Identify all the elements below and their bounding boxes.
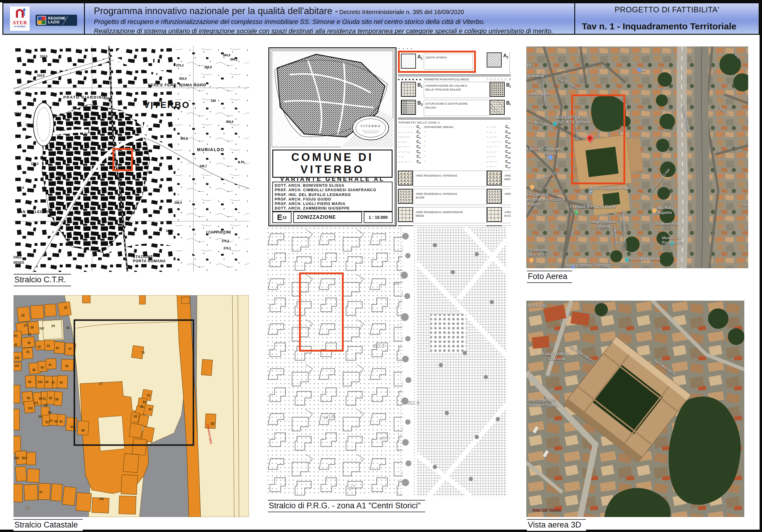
zone-c-row: – –· C7 ” xyxy=(398,154,487,160)
ater-arch-icon xyxy=(13,6,27,18)
zone-label: ” xyxy=(424,151,425,154)
zone-c-row: –···–··· C5 ” xyxy=(398,145,487,150)
variante-cartouche-text: VITERBO xyxy=(360,124,381,128)
zone-line-glyph: –···–· xyxy=(487,126,505,129)
zone-line-glyph: – –···· xyxy=(487,160,505,163)
map-ctr: VITERBOPRATO GIARDINO336,7STAZ.E FERR. R… xyxy=(14,46,249,272)
aree-swatch-icon xyxy=(398,226,413,227)
legend-top-dots: ▪ ▪ ▪ ▪ xyxy=(399,47,511,50)
vista-3d-image xyxy=(526,300,744,517)
legend-divider xyxy=(398,118,511,120)
caption-ctr: Stralcio C.T.R. xyxy=(14,274,71,286)
zone-c-row: ··········· C1 ESPANSIONE URBANA xyxy=(398,125,487,130)
aree-row: AREE RESIDENZIALI ESTENSIVE xyxy=(398,226,487,227)
aree-row: AREE RESIDENZIALI MEDIE xyxy=(487,226,511,227)
b1-swatch-icon xyxy=(401,82,416,97)
aree-row: AREE RESIDENZIALI BASSE xyxy=(487,207,511,223)
zone-c-row: –··–··– C6 ” xyxy=(398,150,487,155)
zone-line-glyph: – –··· xyxy=(487,165,505,168)
zone-c-row: –··–·· C15 COMPL. TURISTICO S xyxy=(487,154,511,160)
zone-line-glyph: ····–···· xyxy=(487,141,505,144)
catastale-drawing xyxy=(14,295,249,517)
map-vista-3d: atoria VialiLargo Vittoria ColonnaVia Pa… xyxy=(526,300,744,517)
prg-legend: ▪ ▪ ▪ ▪ A1 CENTRI STORICI A2 COMPLESSO D… xyxy=(398,46,511,226)
caption-vista3d: Vista aerea 3D xyxy=(527,519,586,531)
variante-title1: COMUNE DI VITERBO xyxy=(273,151,392,176)
zone-line-glyph: –··–·· xyxy=(398,141,417,144)
b4-swatch-icon xyxy=(490,100,505,115)
zone-code: C12 xyxy=(505,140,511,145)
legend-inner: ▪ ▪ ▪ ▪ A1 CENTRI STORICI A2 COMPLESSO D… xyxy=(398,47,511,226)
aree-row: AREE RESIDENZIALI xyxy=(487,189,511,205)
zone-c-row: –···–· C9 xyxy=(487,125,511,130)
aree-swatch-icon xyxy=(398,189,413,204)
aree-label: AREE RESIDENZIALI BASSE xyxy=(502,207,511,223)
zone-c-row: – – ·· C10 xyxy=(487,130,511,135)
zone-line-glyph: – – – – – xyxy=(398,131,417,134)
ater-logo: ATER VITERBO xyxy=(10,6,30,31)
zone-c-row: – –···· C13 UNITA' RESIDENZIAL xyxy=(487,145,511,150)
ctr-map-drawing xyxy=(14,46,249,272)
zone-code: C7 xyxy=(417,154,424,159)
zone-c-header: PERIMETRI DELLE ZONE C xyxy=(399,121,511,124)
zone-code: C16 xyxy=(505,160,511,164)
a2-code: A2 xyxy=(503,53,508,73)
caption-foto: Foto Aerea xyxy=(527,271,572,283)
aree-label: AREE RESIDENZIALI MEDIE xyxy=(502,226,511,227)
variante-name-line: PROF. ARCH. FIGUS GUIDO xyxy=(275,197,390,202)
a1-code: A1 xyxy=(418,54,422,60)
header-right-block: PROGETTO DI FATTIBILITA' Tav n. 1 - Inqu… xyxy=(575,3,759,34)
perimetro-peep-glyph: □ □ □ □ □ □ xyxy=(487,78,507,81)
caption-catastale: Stralcio Catastale xyxy=(14,519,83,531)
a2-swatch-icon xyxy=(487,52,502,67)
zone-c-row: –··–·· C4 ” xyxy=(398,140,487,145)
code-num: 12 xyxy=(282,215,286,220)
perimetro-pp-glyph: ■ ■ ■ ■ ■ ■ ■ xyxy=(398,78,421,81)
zone-code: C17 xyxy=(505,164,511,169)
zone-code: C10 xyxy=(505,130,511,135)
legend-a1-highlight: A1 CENTRI STORICI xyxy=(398,51,476,73)
zone-line-glyph: – – –·· xyxy=(487,135,505,138)
aree-row: AREE RESIDENZIALI SEMINTENSIVE MEDIE xyxy=(398,207,487,223)
a2-label: COMPLESSO DI INTE STORICO E AMBIEN xyxy=(509,52,511,73)
zone-line-glyph: – – –··· xyxy=(398,160,417,163)
aree-swatch-icon xyxy=(487,226,502,227)
zone-c-row: – – –·· C11 ESPANSIONE URBAN xyxy=(487,135,511,140)
zone-line-glyph: –··–··– xyxy=(398,151,417,154)
variante-name-line: PROF. ARCH. LUGLI PIERO MARIA xyxy=(275,202,390,206)
aree-swatch-icon xyxy=(487,189,502,204)
regione-lazio-logo: REGIONE LAZIO xyxy=(36,15,77,26)
zone-code: C15 xyxy=(505,154,511,159)
prg-drawing xyxy=(267,227,507,496)
page-border-right xyxy=(760,0,762,532)
regione-text: REGIONE LAZIO xyxy=(48,17,66,24)
variante-titlebox: COMUNE DI VITERBO VARIANTE GENERALE AL P… xyxy=(272,150,393,178)
variante-historic-map: VITERBO xyxy=(272,51,393,147)
zone-code: C5 xyxy=(417,145,424,149)
header-title-block: Programma innovativo nazionale per la qu… xyxy=(85,3,575,34)
zone-line-glyph: – – ·· xyxy=(487,131,505,134)
perimetro-peep-label: PERIMETRO P.E.E.P. xyxy=(509,78,511,81)
b1-label: CONSERVAZIONE DEI VOLUMI E DELLE TIPOLOG… xyxy=(424,82,490,98)
zone-c-row: –·–·–·– C3 ” xyxy=(398,135,487,140)
project-phase: PROGETTO DI FATTIBILITA' xyxy=(575,5,759,14)
zone-line-glyph: –·–·–·– xyxy=(398,135,417,138)
ater-name: ATER xyxy=(10,20,30,25)
doc-decreto: Decreto Interministeriale n. 395 del 16/… xyxy=(340,9,464,15)
sheet-title: Tav n. 1 - Inquadramento Territoriale xyxy=(575,21,759,32)
zone-code: C2 xyxy=(417,130,424,135)
zone-line-glyph: –··–·· xyxy=(487,155,505,158)
aree-swatch-icon xyxy=(398,170,413,185)
zone-label: ” xyxy=(424,141,425,144)
b3-swatch-icon xyxy=(401,100,416,115)
aree-right: AREE RESIDENZIALI MEDIE AREE RESIDENZIAL… xyxy=(487,170,511,227)
zone-c-left: ··········· C1 ESPANSIONE URBANA – – – –… xyxy=(398,125,487,169)
zone-code: C6 xyxy=(417,150,424,154)
perimetro-pp-label: PERIMETRO PIANI PARTICOLAREGG. xyxy=(424,78,470,81)
zone-code: C3 xyxy=(417,135,424,139)
zone-line-glyph: –···–··· xyxy=(398,145,417,148)
doc-subtitle-2: Realizzazione di sistema unitario di int… xyxy=(94,27,574,35)
aree-row: AREE RESIDENZIALI INTENSIVE BASSE xyxy=(398,189,487,205)
a1-swatch-icon xyxy=(401,54,416,69)
page-border-top xyxy=(0,0,762,2)
